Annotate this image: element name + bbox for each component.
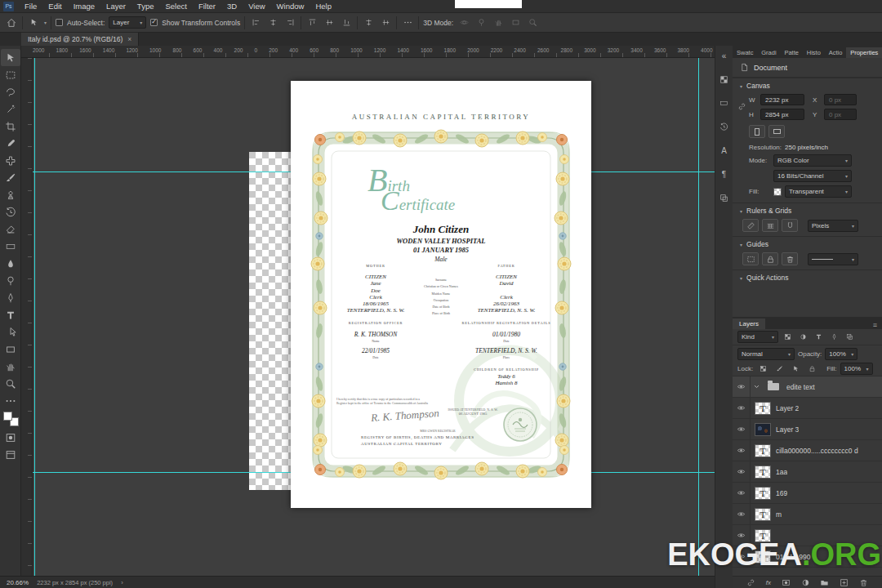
filter-kind-dropdown[interactable]: Kind — [737, 331, 778, 343]
align-bottom-button[interactable] — [340, 16, 353, 29]
status-chevron-icon[interactable]: › — [121, 579, 123, 586]
height-input[interactable]: 2854 px — [760, 109, 804, 120]
crop-tool[interactable] — [1, 118, 20, 135]
layer-thumbnail[interactable] — [765, 381, 782, 394]
layer-name[interactable]: 1aa — [776, 468, 787, 476]
history-panel-icon[interactable] — [717, 120, 732, 133]
character-panel-icon[interactable]: A — [717, 144, 732, 157]
hand-tool[interactable] — [1, 358, 20, 375]
menu-item[interactable]: Filter — [193, 0, 221, 13]
toggle-snap-button[interactable] — [782, 219, 798, 232]
close-tab-icon[interactable]: × — [127, 35, 131, 43]
menu-item[interactable]: File — [19, 0, 42, 13]
blend-mode-dropdown[interactable]: Normal — [737, 348, 795, 360]
panel-tab[interactable]: Gradi — [757, 47, 780, 58]
opacity-dropdown[interactable]: 100% — [825, 348, 858, 360]
blur-tool[interactable] — [1, 255, 20, 272]
layer-name[interactable]: Layer 2 — [776, 404, 799, 412]
landscape-orientation-button[interactable] — [768, 125, 785, 138]
clone-stamp-tool[interactable] — [1, 186, 20, 203]
pen-tool[interactable] — [1, 289, 20, 306]
ruler-units-dropdown[interactable]: Pixels — [808, 220, 858, 232]
layers-tab[interactable]: Layers — [733, 318, 765, 329]
rulers-grids-section-header[interactable]: Rulers & Grids — [733, 203, 882, 217]
layer-row[interactable]: Layer 3 — [733, 419, 882, 440]
filter-pixel-layers-icon[interactable] — [781, 331, 794, 344]
delete-layer-icon[interactable] — [859, 578, 868, 587]
menu-item[interactable]: 3D — [221, 0, 243, 13]
horizontal-ruler[interactable]: 2000180016001400120010008006004002000200… — [21, 46, 715, 58]
layer-row[interactable]: 169 — [733, 483, 882, 504]
panel-tab[interactable]: Actio — [825, 47, 847, 58]
gradients-panel-icon[interactable] — [717, 96, 732, 109]
more-options-button[interactable] — [401, 16, 414, 29]
layer-thumbnail[interactable] — [755, 402, 771, 415]
filter-adjustment-layers-icon[interactable] — [796, 331, 809, 344]
lock-transparency-icon[interactable] — [756, 363, 769, 376]
menu-item[interactable]: Window — [271, 0, 310, 13]
menu-item[interactable]: Select — [159, 0, 192, 13]
canvas-fill-dropdown[interactable]: Transparent — [785, 185, 852, 198]
menu-item[interactable]: Image — [68, 0, 100, 13]
document-page[interactable]: AUSTRALIAN CAPITAL TERRITORY Birth Certi… — [291, 81, 591, 508]
distribute-vertical-button[interactable] — [379, 16, 392, 29]
toggle-rulers-button[interactable] — [742, 219, 759, 232]
portrait-orientation-button[interactable] — [749, 125, 765, 138]
panel-tab[interactable]: Swatc — [733, 47, 757, 58]
layer-visibility-toggle[interactable] — [733, 461, 751, 482]
group-expand-chevron[interactable] — [752, 382, 761, 391]
layer-thumbnail[interactable] — [755, 466, 771, 479]
layer-thumbnail[interactable] — [755, 487, 771, 500]
lasso-tool[interactable] — [1, 83, 20, 100]
color-mode-dropdown[interactable]: RGB Color — [773, 154, 852, 167]
dodge-tool[interactable] — [1, 272, 20, 289]
layer-visibility-toggle[interactable] — [733, 504, 751, 524]
vertical-ruler[interactable] — [21, 58, 33, 576]
width-input[interactable]: 2232 px — [760, 94, 804, 105]
filter-type-layers-icon[interactable] — [812, 331, 825, 344]
lock-all-icon[interactable] — [805, 363, 818, 376]
menu-item[interactable]: Help — [310, 0, 337, 13]
menu-item[interactable]: Edit — [42, 0, 67, 13]
zoom-tool[interactable] — [1, 375, 20, 392]
layer-name[interactable]: 169 — [776, 489, 787, 497]
move-tool[interactable] — [1, 49, 20, 66]
quick-mask-button[interactable] — [1, 429, 20, 446]
layer-thumbnail[interactable] — [755, 508, 771, 521]
resolution-value[interactable]: 250 pixels/inch — [785, 144, 828, 151]
panel-tab[interactable]: Histo — [803, 47, 825, 58]
layer-visibility-toggle[interactable] — [733, 419, 751, 439]
tool-preset-move-icon[interactable] — [27, 16, 40, 29]
link-layers-icon[interactable] — [746, 578, 755, 587]
layer-row[interactable]: cilla000000.....cccccccc0 d — [733, 440, 882, 461]
auto-select-target-dropdown[interactable]: Layer — [109, 16, 146, 29]
layer-visibility-toggle[interactable] — [733, 483, 751, 503]
document-tab[interactable]: Italy id.psd @ 20.7% (RGB/16) × — [21, 33, 139, 46]
lock-pixels-icon[interactable] — [773, 363, 786, 376]
gradient-tool[interactable] — [1, 238, 20, 255]
layer-name[interactable]: Layer 3 — [776, 425, 799, 434]
show-transform-controls-checkbox[interactable] — [150, 19, 158, 26]
panel-menu-icon[interactable]: ≡ — [873, 321, 877, 329]
menu-item[interactable]: Layer — [100, 0, 131, 13]
align-left-button[interactable] — [249, 16, 262, 29]
layers-fill-dropdown[interactable]: 100% — [840, 363, 873, 375]
menu-item[interactable]: Type — [131, 0, 160, 13]
filter-smart-objects-icon[interactable] — [843, 331, 856, 344]
clear-guides-button[interactable] — [782, 252, 798, 265]
layer-row[interactable]: Layer 2 — [733, 398, 882, 419]
quick-actions-section-header[interactable]: Quick Actions — [733, 270, 882, 284]
magic-wand-tool[interactable] — [1, 100, 20, 118]
new-adjustment-layer-icon[interactable] — [801, 578, 810, 587]
panel-tab[interactable]: Properties — [846, 47, 882, 58]
lock-guides-button[interactable] — [762, 252, 778, 265]
eraser-tool[interactable] — [1, 220, 20, 238]
guide-style-dropdown[interactable] — [808, 253, 858, 265]
eyedropper-tool[interactable] — [1, 135, 20, 152]
auto-select-checkbox[interactable] — [56, 19, 63, 26]
guide-vertical-right[interactable] — [698, 58, 699, 576]
home-button[interactable] — [5, 16, 18, 29]
new-group-icon[interactable] — [820, 578, 829, 587]
layer-row[interactable]: m — [733, 504, 882, 525]
layer-name[interactable]: cilla000000.....cccccccc0 d — [776, 447, 858, 455]
